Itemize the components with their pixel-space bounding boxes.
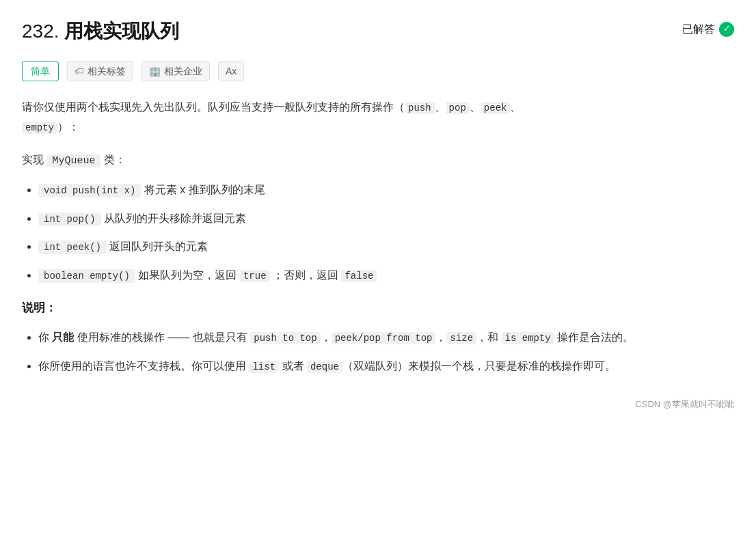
note1-prefix: 你 — [38, 331, 52, 343]
list-item: 你 只能 使用标准的栈操作 —— 也就是只有 push to top，peek/… — [38, 328, 734, 347]
list-item: boolean empty() 如果队列为空，返回 true ；否则，返回 fa… — [38, 266, 734, 285]
footer-text: CSDN @苹果就叫不呲呲 — [635, 399, 734, 409]
method-empty-code: boolean empty() — [38, 269, 135, 283]
tag-related-company-label: 相关企业 — [164, 64, 202, 79]
desc-code-empty: empty — [22, 122, 57, 134]
page-header: 232. 用栈实现队列 已解答 ✓ — [22, 16, 734, 47]
note1-comma1: ， — [321, 331, 332, 343]
desc-code-peek: peek — [481, 102, 511, 114]
method-empty-desc1: 如果队列为空，返回 — [138, 269, 239, 281]
page-footer: CSDN @苹果就叫不呲呲 — [22, 398, 734, 412]
implement-section: 实现 MyQueue 类： — [22, 151, 734, 169]
note1-size: size — [446, 332, 476, 344]
problem-number: 232. — [22, 20, 59, 42]
note2-deque: deque — [307, 361, 342, 373]
note2-mid: 或者 — [279, 360, 307, 372]
method-pop-desc: 从队列的开头移除并返回元素 — [104, 212, 246, 224]
note1-peek-pop: peek/pop from top — [332, 332, 436, 344]
method-peek-code: int peek() — [38, 240, 107, 254]
note-heading: 说明： — [22, 299, 734, 317]
problem-description: 请你仅使用两个栈实现先入先出队列。队列应当支持一般队列支持的所有操作（push、… — [22, 98, 734, 137]
list-item: int pop() 从队列的开头移除并返回元素 — [38, 209, 734, 228]
tag-easy[interactable]: 简单 — [22, 61, 59, 81]
note-heading-text: 说明： — [22, 301, 57, 314]
method-empty-false: false — [341, 270, 377, 282]
note1-is-empty: is empty — [502, 332, 554, 344]
note1-mid: 使用标准的栈操作 —— 也就是只有 — [74, 331, 250, 343]
method-peek-desc: 返回队列开头的元素 — [109, 240, 208, 252]
tags-row: 简单 🏷 相关标签 🏢 相关企业 Ax — [22, 61, 734, 81]
note1-and: ，和 — [476, 331, 501, 343]
note1-comma2: ， — [435, 331, 446, 343]
desc-sep3: 、 — [510, 101, 521, 113]
page-title: 232. 用栈实现队列 — [22, 16, 179, 47]
method-push-desc: 将元素 x 推到队列的末尾 — [144, 184, 265, 195]
description-text1: 请你仅使用两个栈实现先入先出队列。队列应当支持一般队列支持的所有操作（ — [22, 101, 405, 113]
note2-list: list — [249, 361, 279, 373]
tag-related-tags-label: 相关标签 — [87, 64, 126, 79]
description-text2: ）： — [57, 121, 79, 133]
method-pop-code: int pop() — [38, 212, 101, 226]
note1-push-top: push to top — [250, 332, 320, 344]
tag-related-tags[interactable]: 🏷 相关标签 — [67, 61, 133, 81]
list-item: 你所使用的语言也许不支持栈。你可以使用 list 或者 deque（双端队列）来… — [38, 357, 734, 376]
note1-bold: 只能 — [52, 331, 74, 343]
problem-title: 用栈实现队列 — [64, 20, 179, 42]
desc-sep1: 、 — [435, 101, 446, 113]
desc-code-push: push — [405, 102, 435, 114]
list-item: int peek() 返回队列开头的元素 — [38, 237, 734, 256]
implement-prefix: 实现 — [22, 154, 46, 165]
tag-translate[interactable]: Ax — [218, 61, 244, 81]
company-icon: 🏢 — [149, 64, 161, 79]
notes-list: 你 只能 使用标准的栈操作 —— 也就是只有 push to top，peek/… — [22, 328, 734, 376]
method-list: void push(int x) 将元素 x 推到队列的末尾 int pop()… — [22, 180, 734, 285]
translate-label: Ax — [226, 64, 237, 79]
note1-suffix: 操作是合法的。 — [554, 331, 634, 343]
method-empty-desc2: ；否则，返回 — [270, 269, 342, 281]
myqueue-class: MyQueue — [46, 154, 100, 167]
implement-suffix: 类： — [100, 154, 125, 165]
method-empty-true: true — [240, 270, 270, 282]
tag-icon: 🏷 — [75, 64, 84, 79]
solved-label: 已解答 — [682, 20, 715, 38]
desc-code-pop: pop — [446, 102, 470, 114]
desc-sep2: 、 — [470, 101, 481, 113]
tag-related-company[interactable]: 🏢 相关企业 — [141, 61, 210, 81]
method-push-code: void push(int x) — [38, 184, 141, 197]
note2-prefix: 你所使用的语言也许不支持栈。你可以使用 — [38, 360, 249, 372]
list-item: void push(int x) 将元素 x 推到队列的末尾 — [38, 180, 734, 199]
solved-icon: ✓ — [719, 22, 734, 37]
solved-badge: 已解答 ✓ — [682, 20, 734, 38]
note2-suffix: （双端队列）来模拟一个栈，只要是标准的栈操作即可。 — [342, 360, 616, 372]
